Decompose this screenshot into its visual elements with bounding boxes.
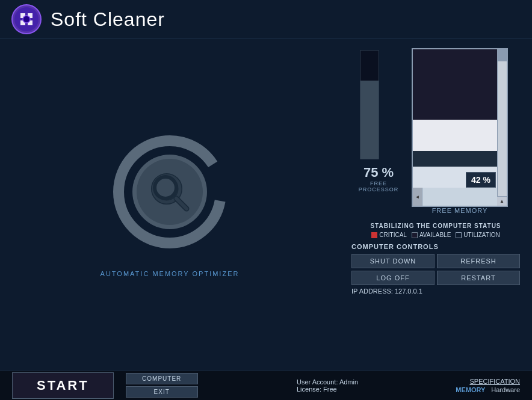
stabilizing-label: STABILIZING THE COMPUTER STATUS [351,223,520,229]
exit-button[interactable]: EXIT [126,386,198,398]
right-panel: 75 % FREE PROCESSOR ▲ 4 [339,39,532,370]
memory-bar-black [413,49,507,120]
memory-chart: ▲ 42 % ◄ [412,48,508,207]
left-panel: AUTOMATIC MEMORY OPTIMIZER [0,39,339,370]
bottom-info: User Account: Admin License: Free [285,378,456,393]
bottom-center: COMPUTER EXIT [126,373,285,398]
app-title: Soft Cleaner [51,8,165,31]
license: License: Free [297,386,456,393]
utilization-dot [456,232,462,238]
scrollbar-track[interactable]: ▲ [497,49,507,206]
charts-area: 75 % FREE PROCESSOR ▲ 4 [351,48,520,217]
svg-point-6 [23,16,30,23]
shut-down-button[interactable]: SHUT DOWN [351,254,435,268]
memory-tab[interactable]: MEMORY [456,386,485,393]
app-logo-icon [11,4,42,35]
bottom-bar: START COMPUTER EXIT User Account: Admin … [0,370,532,400]
memory-bottom-bar: ◄ [413,188,497,206]
processor-gauge: 75 % FREE PROCESSOR [351,48,406,192]
hardware-tab[interactable]: Hardware [491,386,520,393]
legend-row: CRITICAL AVAILABLE UTILIZATION [351,232,520,238]
processor-value: 75 % [363,165,394,180]
refresh-button[interactable]: REFRESH [437,254,520,268]
start-button[interactable]: START [12,372,114,399]
legend-utilization: UTILIZATION [456,232,500,238]
processor-label: FREE PROCESSOR [351,180,406,192]
optimizer-label: AUTOMATIC MEMORY OPTIMIZER [101,270,240,277]
memory-bar-dark2 [413,151,507,167]
memory-bar-white [413,120,497,151]
spec-row: SPECIFICATION [469,378,520,385]
controls-grid: SHUT DOWN REFRESH LOG OFF RESTART [351,254,520,285]
tabs-row: MEMORY Hardware [456,386,520,393]
log-off-button[interactable]: LOG OFF [351,271,435,285]
free-memory-label: FREE MEMORY [432,207,488,214]
controls-section: COMPUTER CONTROLS SHUT DOWN REFRESH LOG … [351,243,520,295]
legend-available: AVAILABLE [412,232,451,238]
svg-point-9 [137,159,203,225]
ip-address: IP ADDRESS: 127.0.0.1 [351,288,520,295]
user-account: User Account: Admin [297,378,456,386]
specification-link[interactable]: SPECIFICATION [469,378,520,385]
memory-chart-container: ▲ 42 % ◄ FREE MEMORY [412,48,508,217]
legend-critical: CRITICAL [371,232,407,238]
memory-value-badge: 42 % [466,172,496,188]
bottom-right: SPECIFICATION MEMORY Hardware [456,378,520,393]
computer-button[interactable]: COMPUTER [126,373,198,384]
status-section: STABILIZING THE COMPUTER STATUS CRITICAL… [351,223,520,238]
header: Soft Cleaner [0,0,532,39]
memory-arrow-left[interactable]: ◄ [413,188,422,206]
svg-rect-17 [360,51,379,81]
available-dot [412,232,418,238]
main-content: AUTOMATIC MEMORY OPTIMIZER 75 % FREE PRO… [0,39,532,370]
controls-title: COMPUTER CONTROLS [351,243,520,250]
scrollbar-thumb[interactable] [497,49,507,61]
svg-rect-16 [360,81,379,159]
scrollbar-arrow-up[interactable]: ▲ [497,196,507,206]
critical-dot [371,232,377,238]
restart-button[interactable]: RESTART [437,271,520,285]
optimizer-circle [110,132,230,252]
